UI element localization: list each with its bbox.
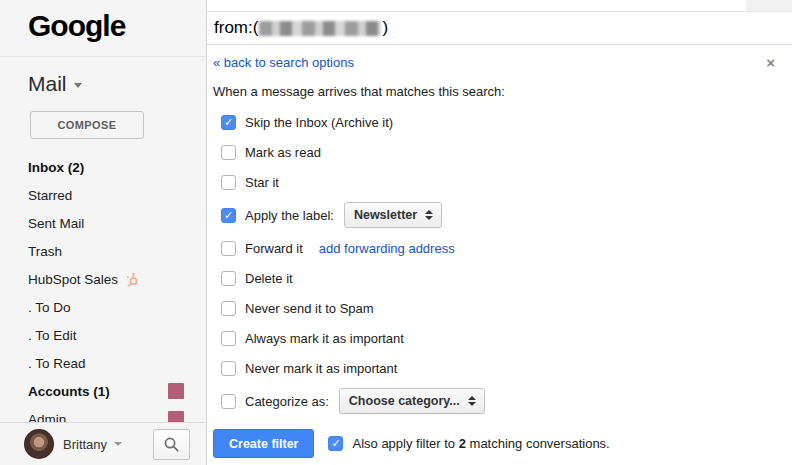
sidebar-nav: Inbox (2)StarredSent MailTrashHubSpot Sa…: [0, 153, 206, 433]
option-label[interactable]: Forward it: [245, 241, 303, 256]
checkbox-skip-the-inbox-archive-it[interactable]: ✓: [221, 115, 236, 130]
avatar[interactable]: [24, 429, 54, 459]
filter-option-mark-as-read: Mark as read: [213, 139, 778, 165]
filter-option-forward-it: Forward itadd forwarding address: [213, 235, 778, 261]
option-label[interactable]: Never send it to Spam: [245, 301, 374, 316]
option-label[interactable]: Mark as read: [245, 145, 321, 160]
sidebar-item-label: Starred: [28, 188, 72, 203]
filter-option-skip-the-inbox-archive-it: ✓Skip the Inbox (Archive it): [213, 109, 778, 135]
logo-area: Google: [0, 0, 206, 57]
checkbox-forward-it[interactable]: [221, 241, 236, 256]
account-footer: Brittany: [0, 422, 206, 465]
filter-option-never-send-it-to-spam: Never send it to Spam: [213, 295, 778, 321]
add-forwarding-address-link[interactable]: add forwarding address: [319, 241, 455, 256]
sidebar-item-starred[interactable]: Starred: [0, 181, 206, 209]
option-label[interactable]: Delete it: [245, 271, 293, 286]
select-newsletter[interactable]: Newsletter: [344, 202, 442, 228]
search-query-bar[interactable]: from:(): [207, 11, 792, 45]
select-value: Choose category...: [349, 394, 460, 408]
check-mark-icon: ✓: [224, 117, 233, 128]
close-icon[interactable]: ×: [763, 55, 778, 70]
checkbox-never-send-it-to-spam[interactable]: [221, 301, 236, 316]
checkbox-categorize-as[interactable]: [221, 394, 236, 409]
filter-panel: « back to search options × When a messag…: [207, 53, 792, 458]
sidebar-item-label: Trash: [28, 244, 62, 259]
label-color-swatch[interactable]: [168, 383, 184, 399]
corner-block: [746, 0, 792, 11]
search-query-suffix: ): [382, 18, 388, 38]
sidebar-item-accounts-1[interactable]: Accounts (1): [0, 377, 206, 405]
search-icon: [163, 436, 180, 453]
checkbox-star-it[interactable]: [221, 175, 236, 190]
google-logo: Google: [28, 9, 125, 42]
check-mark-icon: ✓: [224, 210, 233, 221]
chevron-down-icon[interactable]: [114, 442, 122, 446]
sidebar: Google Mail COMPOSE Inbox (2)StarredSent…: [0, 0, 207, 465]
checkbox-apply-the-label[interactable]: ✓: [221, 208, 236, 223]
filter-option-star-it: Star it: [213, 169, 778, 195]
sidebar-item-sent-mail[interactable]: Sent Mail: [0, 209, 206, 237]
filter-option-categorize-as: Categorize as:Choose category...: [213, 385, 778, 417]
back-row: « back to search options ×: [213, 53, 778, 71]
filter-options: ✓Skip the Inbox (Archive it)Mark as read…: [213, 109, 778, 417]
sidebar-item-label: . To Do: [28, 300, 71, 315]
filter-option-delete-it: Delete it: [213, 265, 778, 291]
sidebar-item-label: HubSpot Sales: [28, 272, 118, 287]
option-label[interactable]: Categorize as:: [245, 394, 329, 409]
checkbox-mark-as-read[interactable]: [221, 145, 236, 160]
chevron-down-icon: [74, 83, 82, 88]
sidebar-item-to-read[interactable]: . To Read: [0, 349, 206, 377]
option-label[interactable]: Star it: [245, 175, 279, 190]
sidebar-item-label: Sent Mail: [28, 216, 84, 231]
checkbox-also-apply-filter[interactable]: ✓: [328, 436, 343, 451]
option-label[interactable]: Never mark it as important: [245, 361, 397, 376]
mail-menu-label: Mail: [28, 72, 67, 96]
sidebar-item-label: Inbox (2): [28, 160, 84, 175]
sidebar-item-to-edit[interactable]: . To Edit: [0, 321, 206, 349]
updown-arrows-icon: [425, 210, 433, 220]
mail-menu[interactable]: Mail: [28, 72, 206, 96]
sidebar-item-label: . To Read: [28, 356, 86, 371]
back-to-search-options-link[interactable]: « back to search options: [213, 55, 354, 70]
filter-option-always-mark-it-as-important: Always mark it as important: [213, 325, 778, 351]
search-query-prefix: from:(: [214, 18, 258, 38]
compose-button[interactable]: COMPOSE: [30, 111, 144, 139]
matching-count: 2: [459, 436, 466, 451]
option-label[interactable]: Apply the label:: [245, 208, 334, 223]
actions-row: Create filter ✓ Also apply filter to 2 m…: [213, 429, 778, 458]
panel-intro-text: When a message arrives that matches this…: [213, 84, 778, 99]
select-choose-category[interactable]: Choose category...: [339, 388, 485, 414]
checkbox-always-mark-it-as-important[interactable]: [221, 331, 236, 346]
main-area: from:() « back to search options × When …: [207, 0, 792, 465]
sidebar-item-label: Accounts (1): [28, 384, 110, 399]
sidebar-item-hubspot-sales[interactable]: HubSpot Sales: [0, 265, 206, 293]
sidebar-item-label: . To Edit: [28, 328, 77, 343]
also-apply-row: ✓ Also apply filter to 2 matching conver…: [328, 436, 609, 451]
hubspot-sprocket-icon: [125, 272, 140, 287]
also-apply-text: Also apply filter to 2 matching conversa…: [352, 436, 609, 451]
gmail-window: Google Mail COMPOSE Inbox (2)StarredSent…: [0, 0, 792, 465]
checkbox-never-mark-it-as-important[interactable]: [221, 361, 236, 376]
filter-option-never-mark-it-as-important: Never mark it as important: [213, 355, 778, 381]
sidebar-item-inbox-2[interactable]: Inbox (2): [0, 153, 206, 181]
create-filter-button[interactable]: Create filter: [213, 429, 314, 458]
sidebar-item-trash[interactable]: Trash: [0, 237, 206, 265]
redacted-query-text: [259, 21, 381, 36]
account-name[interactable]: Brittany: [63, 437, 107, 452]
select-value: Newsletter: [354, 208, 417, 222]
updown-arrows-icon: [468, 396, 476, 406]
option-label[interactable]: Skip the Inbox (Archive it): [245, 115, 393, 130]
filter-option-apply-the-label: ✓Apply the label:Newsletter: [213, 199, 778, 231]
option-label[interactable]: Always mark it as important: [245, 331, 404, 346]
check-mark-icon: ✓: [331, 438, 340, 449]
search-button[interactable]: [153, 429, 190, 460]
sidebar-item-to-do[interactable]: . To Do: [0, 293, 206, 321]
checkbox-delete-it[interactable]: [221, 271, 236, 286]
